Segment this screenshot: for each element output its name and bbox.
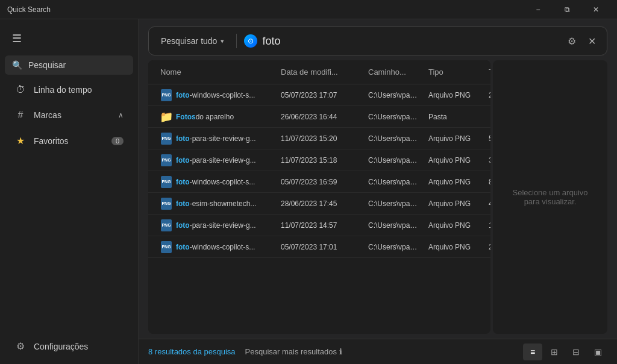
sidebar-item-favorites[interactable]: ★ Favoritos 0 — [5, 129, 133, 152]
column-header-type: Tipo — [424, 65, 484, 79]
search-more-button[interactable]: Pesquisar mais resultados ℹ — [245, 347, 342, 356]
status-bar: 8 resultados da pesquisa Pesquisar mais … — [139, 339, 617, 364]
file-type-cell: Arquivo PNG — [424, 91, 484, 99]
search-highlight: Fotos — [176, 113, 196, 121]
minimize-button[interactable]: − — [524, 0, 552, 19]
file-icon: PNG — [160, 219, 172, 231]
file-path-cell: C:\Users\vpac... — [363, 156, 424, 165]
search-highlight: foto — [176, 91, 190, 99]
sidebar-item-settings[interactable]: ⚙ Configurações — [5, 334, 133, 358]
tags-collapse-icon: ∧ — [118, 111, 124, 119]
file-name-cell: PNGfoto-para-site-review-g... — [155, 219, 276, 231]
view-columns-button[interactable]: ⊟ — [566, 344, 586, 360]
file-date-cell: 28/06/2023 17:45 — [276, 199, 363, 208]
column-header-path: Caminho... — [363, 65, 424, 79]
file-name-suffix: -windows-copilot-s... — [190, 243, 255, 251]
favorites-badge: 0 — [111, 137, 124, 145]
search-clear-button[interactable]: ✕ — [584, 32, 600, 51]
png-file-icon: PNG — [161, 219, 172, 231]
view-preview-button[interactable]: ▣ — [588, 344, 607, 360]
view-controls: ≡⊞⊟▣ — [523, 344, 607, 360]
search-highlight: foto — [176, 134, 190, 143]
file-path-cell: C:\Users\vpac... — [363, 113, 424, 121]
title-bar: Quick Search − ⧉ ✕ — [0, 0, 617, 19]
table-row[interactable]: PNGfoto-windows-copilot-s...05/07/2023 1… — [148, 84, 490, 106]
table-row[interactable]: PNGfoto-esim-showmetech...28/06/2023 17:… — [148, 193, 490, 215]
sidebar-search-button[interactable]: 🔍 Pesquisar — [5, 55, 133, 75]
file-path-cell: C:\Users\vpac... — [363, 199, 424, 208]
file-type-cell: Arquivo PNG — [424, 156, 484, 165]
file-type-cell: Arquivo PNG — [424, 243, 484, 251]
file-icon: PNG — [160, 241, 172, 253]
search-highlight: foto — [176, 156, 190, 165]
column-header-size: Taman... — [484, 65, 490, 79]
table-row[interactable]: PNGfoto-windows-copilot-s...05/07/2023 1… — [148, 171, 490, 193]
file-name-suffix: -para-site-review-g... — [190, 221, 256, 230]
search-query-text: foto — [262, 35, 559, 48]
table-row[interactable]: PNGfoto-para-site-review-g...11/07/2023 … — [148, 149, 490, 171]
table-row[interactable]: PNGfoto-para-site-review-g...11/07/2023 … — [148, 128, 490, 149]
sidebar-item-tags[interactable]: # Marcas ∧ — [5, 104, 133, 127]
table-body: PNGfoto-windows-copilot-s...05/07/2023 1… — [148, 84, 490, 334]
sidebar-tags-label: Marcas — [34, 110, 111, 120]
sidebar-item-timeline[interactable]: ⏱ Linha do tempo — [5, 78, 133, 101]
table-row[interactable]: 📁Fotos do aparelho26/06/2023 16:44C:\Use… — [148, 106, 490, 128]
file-name-cell: PNGfoto-windows-copilot-s... — [155, 89, 276, 101]
file-size-cell: 830 KB — [484, 178, 490, 186]
file-icon: PNG — [160, 89, 172, 101]
search-scope-selector[interactable]: Pesquisar tudo ▾ — [156, 33, 229, 49]
view-grid-button[interactable]: ⊞ — [545, 344, 564, 360]
search-highlight: foto — [176, 243, 190, 251]
file-path-cell: C:\Users\vpac... — [363, 178, 424, 186]
star-icon: ★ — [14, 135, 27, 146]
hamburger-menu-button[interactable]: ☰ — [5, 27, 29, 51]
file-icon: PNG — [160, 176, 172, 188]
maximize-button[interactable]: ⧉ — [553, 0, 581, 19]
file-icon: 📁 — [160, 111, 172, 123]
sidebar-timeline-label: Linha do tempo — [34, 85, 124, 95]
file-size-cell: 167 KB — [484, 221, 490, 230]
sidebar-settings-label: Configurações — [34, 342, 124, 351]
file-name-cell: PNGfoto-para-site-review-g... — [155, 154, 276, 166]
close-button[interactable]: ✕ — [582, 0, 610, 19]
search-highlight: foto — [176, 178, 190, 186]
file-date-cell: 11/07/2023 15:18 — [276, 156, 363, 165]
file-name-suffix: -windows-copilot-s... — [190, 178, 255, 186]
png-file-icon: PNG — [161, 154, 172, 166]
png-file-icon: PNG — [161, 176, 172, 188]
preview-empty-text: Selecione um arquivo para visualizar. — [505, 188, 595, 206]
preview-panel: Selecione um arquivo para visualizar. — [493, 60, 607, 334]
file-icon: PNG — [160, 133, 172, 145]
table-row[interactable]: PNGfoto-windows-copilot-s...05/07/2023 1… — [148, 236, 490, 258]
file-list: Nome Data de modifi... Caminho... Tipo T… — [148, 60, 490, 334]
content-area: Pesquisar tudo ▾ ⊙ foto ⚙ ✕ Nome Data de… — [139, 19, 617, 364]
file-path-cell: C:\Users\vpac... — [363, 134, 424, 143]
png-file-icon: PNG — [161, 133, 172, 145]
results-panel: Nome Data de modifi... Caminho... Tipo T… — [148, 60, 607, 334]
file-type-cell: Arquivo PNG — [424, 178, 484, 186]
search-more-label: Pesquisar mais resultados — [245, 347, 337, 356]
file-name-suffix: -para-site-review-g... — [190, 134, 256, 143]
table-row[interactable]: PNGfoto-para-site-review-g...11/07/2023 … — [148, 215, 490, 236]
app-title: Quick Search — [7, 5, 51, 14]
file-name-cell: 📁Fotos do aparelho — [155, 111, 276, 123]
file-name-cell: PNGfoto-windows-copilot-s... — [155, 241, 276, 253]
file-size-cell: 296 KB — [484, 91, 490, 99]
png-file-icon: PNG — [161, 241, 172, 253]
search-scope-label: Pesquisar tudo — [161, 36, 217, 46]
file-date-cell: 05/07/2023 16:59 — [276, 178, 363, 186]
search-logo-icon: ⊙ — [244, 34, 257, 48]
file-name-suffix: do aparelho — [196, 113, 234, 121]
file-path-cell: C:\Users\vpac... — [363, 91, 424, 99]
file-size-cell: 59 KB — [484, 134, 490, 143]
file-type-cell: Arquivo PNG — [424, 199, 484, 208]
file-type-cell: Arquivo PNG — [424, 221, 484, 230]
file-name-suffix: -windows-copilot-s... — [190, 91, 255, 99]
main-layout: ☰ 🔍 Pesquisar ⏱ Linha do tempo # Marcas … — [0, 19, 617, 364]
settings-icon: ⚙ — [14, 340, 27, 352]
file-path-cell: C:\Users\vpac... — [363, 221, 424, 230]
view-list-button[interactable]: ≡ — [523, 344, 542, 360]
file-date-cell: 26/06/2023 16:44 — [276, 113, 363, 121]
search-filter-button[interactable]: ⚙ — [564, 32, 580, 51]
png-file-icon: PNG — [161, 198, 172, 210]
